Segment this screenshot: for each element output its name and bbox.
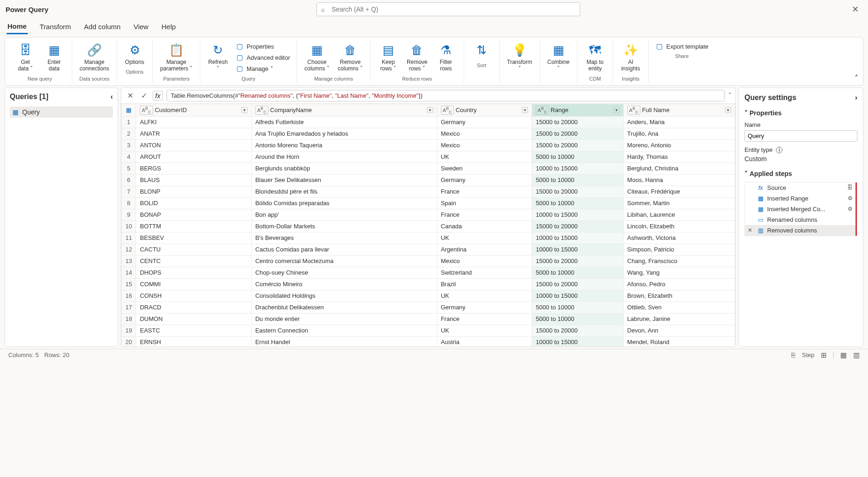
cell[interactable]: 10000 to 15000 xyxy=(532,163,624,174)
cell[interactable]: BLAUS xyxy=(136,174,251,186)
row-number[interactable]: 16 xyxy=(122,290,136,301)
table-row[interactable]: 15COMMIComércio MineiroBrazil15000 to 20… xyxy=(122,278,735,290)
cell[interactable]: Berglund, Christina xyxy=(623,163,735,174)
column-header-range[interactable]: ABCRange▾ xyxy=(532,104,624,116)
queries-collapse-icon[interactable]: ‹ xyxy=(111,93,113,101)
cell[interactable]: DUMON xyxy=(136,313,251,325)
cell[interactable]: 15000 to 20000 xyxy=(532,128,624,139)
ribbon-collapse-icon[interactable]: ˄ xyxy=(855,74,858,82)
cell[interactable]: Simpson, Patricio xyxy=(623,244,735,255)
column-dropdown-icon[interactable]: ▾ xyxy=(725,107,731,113)
cell[interactable]: Germany xyxy=(437,301,532,313)
row-number[interactable]: 12 xyxy=(122,244,136,255)
cell[interactable]: Canada xyxy=(437,220,532,232)
step-inserted-range[interactable]: ▦Inserted Range⚙ xyxy=(745,193,857,204)
ribbon-transform-button[interactable]: 💡Transform˅ xyxy=(504,41,535,74)
table-row[interactable]: 11BESBEVB's BeveragesUK10000 to 15000Ash… xyxy=(122,232,735,244)
row-number[interactable]: 4 xyxy=(122,151,136,163)
cell[interactable]: 15000 to 20000 xyxy=(532,186,624,197)
cell[interactable]: Mexico xyxy=(437,139,532,151)
cell[interactable]: 5000 to 10000 xyxy=(532,313,624,325)
table-row[interactable]: 13CENTCCentro comercial MoctezumaMexico1… xyxy=(122,255,735,267)
fx-icon[interactable]: fx xyxy=(153,91,163,100)
search-input[interactable] xyxy=(316,2,580,16)
cell[interactable]: B's Beverages xyxy=(251,232,437,244)
ribbon-filter-button[interactable]: ⚗Filterrows xyxy=(433,41,459,74)
gear-icon[interactable]: ⚙ xyxy=(848,195,853,201)
ribbon-manage---button[interactable]: ▢Manage ˅ xyxy=(234,63,292,74)
cell[interactable]: UK xyxy=(437,151,532,163)
row-number[interactable]: 7 xyxy=(122,186,136,197)
gear-icon[interactable]: ⚙ xyxy=(848,206,853,212)
cell[interactable]: CACTU xyxy=(136,244,251,255)
cell[interactable]: UK xyxy=(437,325,532,336)
query-name-input[interactable] xyxy=(744,130,857,142)
cell[interactable]: Alfreds Futterkiste xyxy=(251,116,437,128)
table-row[interactable]: 19EASTCEastern ConnectionUK15000 to 2000… xyxy=(122,325,735,336)
cell[interactable]: Afonso, Pedro xyxy=(623,278,735,290)
row-number[interactable]: 19 xyxy=(122,325,136,336)
cell[interactable]: 10000 to 15000 xyxy=(532,336,624,346)
cell[interactable]: Cactus Comidas para llevar xyxy=(251,244,437,255)
table-row[interactable]: 12CACTUCactus Comidas para llevarArgenti… xyxy=(122,244,735,255)
cell[interactable]: ERNSH xyxy=(136,336,251,346)
table-row[interactable]: 10BOTTMBottom-Dollar MarketsCanada15000 … xyxy=(122,220,735,232)
table-row[interactable]: 3ANTONAntonio Moreno TaqueriaMexico15000… xyxy=(122,139,735,151)
row-number[interactable]: 14 xyxy=(122,267,136,278)
close-button[interactable]: ✕ xyxy=(848,2,862,16)
row-number[interactable]: 5 xyxy=(122,163,136,174)
cell[interactable]: Sommer, Martin xyxy=(623,197,735,209)
column-dropdown-icon[interactable]: ▾ xyxy=(427,107,433,113)
cell[interactable]: UK xyxy=(437,232,532,244)
cell[interactable]: Moreno, Antonio xyxy=(623,139,735,151)
table-row[interactable]: 14DHOPSChop-suey ChineseSwitzerland5000 … xyxy=(122,267,735,278)
ribbon-remove-button[interactable]: 🗑Removecolumns ˅ xyxy=(335,41,366,74)
cell[interactable]: Bólido Comidas preparadas xyxy=(251,197,437,209)
cell[interactable]: Mexico xyxy=(437,255,532,267)
cell[interactable]: CENTC xyxy=(136,255,251,267)
cell[interactable]: Sweden xyxy=(437,163,532,174)
row-number[interactable]: 10 xyxy=(122,220,136,232)
cell[interactable]: Ernst Handel xyxy=(251,336,437,346)
cell[interactable]: DRACD xyxy=(136,301,251,313)
menu-help[interactable]: Help xyxy=(161,20,177,33)
cell[interactable]: Brazil xyxy=(437,278,532,290)
step-renamed-columns[interactable]: ▭Renamed columns xyxy=(745,214,857,225)
cell[interactable]: Germany xyxy=(437,116,532,128)
cell[interactable]: 15000 to 20000 xyxy=(532,220,624,232)
step-source[interactable]: fxSource🗄 xyxy=(745,182,857,193)
cell[interactable]: Antonio Moreno Taqueria xyxy=(251,139,437,151)
delete-step-icon[interactable]: ✕ xyxy=(748,227,754,233)
row-number[interactable]: 18 xyxy=(122,313,136,325)
table-row[interactable]: 5BERGSBerglunds snabbköpSweden10000 to 1… xyxy=(122,163,735,174)
cell[interactable]: 15000 to 20000 xyxy=(532,139,624,151)
cell[interactable]: Wang, Yang xyxy=(623,267,735,278)
row-number[interactable]: 17 xyxy=(122,301,136,313)
cell[interactable]: Devon, Ann xyxy=(623,325,735,336)
cell[interactable]: Trujillo, Ana xyxy=(623,128,735,139)
ribbon-mapto-button[interactable]: 🗺Map toentity xyxy=(582,41,608,74)
applied-steps-section[interactable]: ˅ Applied steps xyxy=(744,170,857,177)
cell[interactable]: ANATR xyxy=(136,128,251,139)
cell[interactable]: France xyxy=(437,313,532,325)
cell[interactable]: AROUT xyxy=(136,151,251,163)
menu-home[interactable]: Home xyxy=(6,19,28,34)
cell[interactable]: Germany xyxy=(437,174,532,186)
table-view-icon[interactable]: ▦ xyxy=(840,351,847,359)
cell[interactable]: CONSH xyxy=(136,290,251,301)
ribbon-ai-button[interactable]: ✨AIinsights xyxy=(618,41,644,74)
cell[interactable]: BERGS xyxy=(136,163,251,174)
cell[interactable]: Chang, Franscisco xyxy=(623,255,735,267)
cell[interactable]: BONAP xyxy=(136,209,251,220)
ribbon-export-template-button[interactable]: ▢Export template xyxy=(653,41,710,51)
ribbon-manage-button[interactable]: 📋Manageparameters ˅ xyxy=(157,41,195,74)
cell[interactable]: Mendel, Roland xyxy=(623,336,735,346)
cell[interactable]: 5000 to 10000 xyxy=(532,267,624,278)
cell[interactable]: 5000 to 10000 xyxy=(532,301,624,313)
table-row[interactable]: 4AROUTAround the HornUK5000 to 10000Hard… xyxy=(122,151,735,163)
table-row[interactable]: 1ALFKIAlfreds FutterkisteGermany15000 to… xyxy=(122,116,735,128)
row-number[interactable]: 3 xyxy=(122,139,136,151)
ribbon-enter-button[interactable]: ▦Enterdata xyxy=(41,41,67,74)
cell[interactable]: Libihan, Laurence xyxy=(623,209,735,220)
cell[interactable]: BESBEV xyxy=(136,232,251,244)
